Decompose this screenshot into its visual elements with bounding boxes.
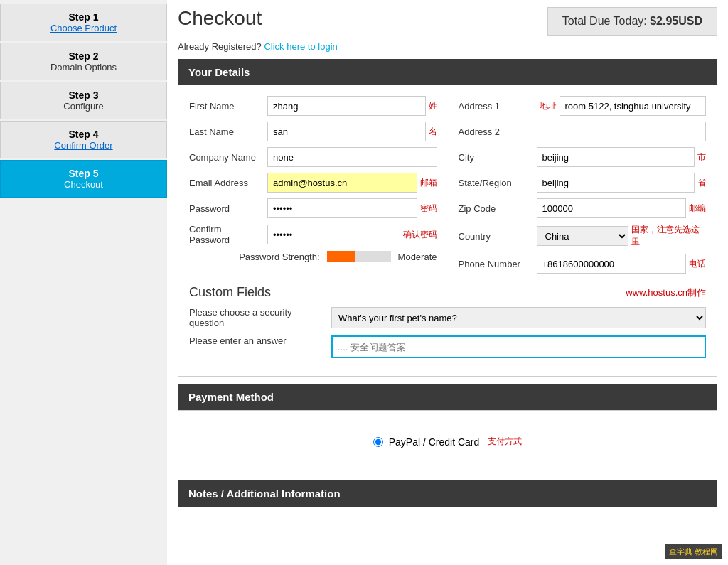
pw-strength-fill: [327, 251, 356, 262]
address1-row: Address 1 地址: [459, 96, 707, 116]
phone-row: Phone Number 电话: [459, 254, 707, 274]
last-name-hint: 名: [429, 126, 437, 138]
watermark-suffix: 教程网: [695, 547, 718, 556]
step2-label: Domain Options: [4, 62, 163, 72]
left-column: First Name 姓 Last Name 名 Company Name: [189, 96, 437, 279]
security-question-row: Please choose a security question What's…: [189, 307, 706, 328]
sidebar-item-step5[interactable]: Step 5 Checkout: [0, 160, 167, 198]
paypal-hint: 支付方式: [488, 436, 522, 448]
paypal-label: PayPal / Credit Card: [389, 436, 480, 448]
last-name-input[interactable]: [267, 122, 426, 141]
total-due-box: Total Due Today: $2.95USD: [547, 7, 717, 36]
phone-input[interactable]: [537, 254, 687, 274]
sidebar-item-step2[interactable]: Step 2 Domain Options: [0, 43, 167, 80]
password-strength-row: Password Strength: Moderate: [189, 251, 437, 262]
your-details-form: First Name 姓 Last Name 名 Company Name: [178, 85, 717, 377]
address1-input[interactable]: [560, 96, 707, 116]
confirm-password-hint: 确认密码: [403, 229, 437, 241]
step4-label: Confirm Order: [4, 140, 163, 151]
zip-hint: 邮编: [689, 203, 706, 215]
security-question-select[interactable]: What's your first pet's name? What is yo…: [331, 307, 706, 328]
step3-label: Configure: [4, 101, 163, 112]
phone-label: Phone Number: [459, 259, 537, 269]
last-name-row: Last Name 名: [189, 122, 437, 141]
pw-strength-text: Moderate: [398, 252, 437, 262]
zip-row: Zip Code 邮编: [459, 198, 707, 218]
email-row: Email Address 邮箱: [189, 173, 437, 193]
pw-strength-label: Password Strength:: [239, 252, 319, 262]
address2-label: Address 2: [459, 127, 537, 137]
email-hint: 邮箱: [420, 177, 437, 189]
answer-input[interactable]: [331, 335, 706, 358]
page-title-block: Checkout: [178, 7, 262, 30]
email-label: Email Address: [189, 178, 267, 188]
page-header: Checkout Total Due Today: $2.95USD: [178, 7, 717, 36]
confirm-password-label: Confirm Password: [189, 224, 267, 245]
address1-label: Address 1: [459, 101, 537, 112]
step2-number: Step 2: [4, 50, 163, 62]
password-label: Password: [189, 203, 267, 214]
company-name-label: Company Name: [189, 152, 267, 163]
sidebar-item-step3[interactable]: Step 3 Configure: [0, 82, 167, 119]
country-hint: 国家，注意先选这里: [631, 224, 707, 248]
password-hint: 密码: [420, 203, 437, 215]
payment-section-header: Payment Method: [178, 384, 717, 410]
sidebar-item-step4[interactable]: Step 4 Confirm Order: [0, 121, 167, 158]
total-label: Total Due Today:: [562, 15, 647, 27]
address2-row: Address 2: [459, 122, 707, 141]
already-registered-text: Already Registered?: [178, 41, 262, 52]
right-column: Address 1 地址 Address 2 City 市 State/: [459, 96, 707, 279]
phone-hint: 电话: [689, 258, 706, 270]
city-hint: 市: [697, 151, 706, 163]
step3-number: Step 3: [4, 90, 163, 101]
city-input[interactable]: [537, 147, 695, 167]
custom-fields-header: Custom Fields www.hostus.cn制作: [189, 285, 706, 300]
notes-header: Notes / Additional Information: [178, 480, 717, 507]
confirm-password-input[interactable]: [267, 225, 400, 244]
first-name-input[interactable]: [267, 96, 426, 116]
first-name-row: First Name 姓: [189, 96, 437, 116]
step4-number: Step 4: [4, 129, 163, 140]
first-name-hint: 姓: [429, 100, 437, 112]
country-label: Country: [459, 231, 537, 242]
confirm-password-row: Confirm Password 确认密码: [189, 224, 437, 245]
step1-number: Step 1: [4, 11, 163, 23]
paypal-radio[interactable]: [373, 437, 383, 447]
total-amount: $2.95USD: [650, 15, 702, 27]
login-link[interactable]: Click here to login: [264, 41, 337, 52]
details-grid: First Name 姓 Last Name 名 Company Name: [189, 96, 706, 279]
company-name-row: Company Name: [189, 147, 437, 167]
country-select[interactable]: China United States United Kingdom: [537, 226, 628, 246]
step5-label: Checkout: [4, 179, 163, 190]
sidebar: Step 1 Choose Product Step 2 Domain Opti…: [0, 0, 167, 565]
last-name-label: Last Name: [189, 127, 267, 137]
sidebar-item-step1[interactable]: Step 1 Choose Product: [0, 4, 167, 41]
zip-input[interactable]: [537, 198, 687, 218]
payment-section: PayPal / Credit Card 支付方式: [178, 410, 717, 473]
company-name-input[interactable]: [267, 147, 437, 167]
custom-fields-brand: www.hostus.cn制作: [626, 286, 706, 299]
city-row: City 市: [459, 147, 707, 167]
state-input[interactable]: [537, 173, 695, 193]
step5-number: Step 5: [4, 168, 163, 179]
state-row: State/Region 省: [459, 173, 707, 193]
zip-label: Zip Code: [459, 203, 537, 214]
answer-row: Please enter an answer: [189, 335, 706, 358]
state-hint: 省: [697, 177, 706, 189]
answer-label: Please enter an answer: [189, 335, 331, 346]
step1-label: Choose Product: [4, 23, 163, 33]
already-registered-row: Already Registered? Click here to login: [178, 41, 717, 52]
password-row: Password 密码: [189, 198, 437, 218]
page-title: Checkout: [178, 7, 262, 30]
country-row: Country China United States United Kingd…: [459, 224, 707, 248]
payment-row: PayPal / Credit Card 支付方式: [189, 421, 706, 462]
watermark: 查字典 教程网: [665, 544, 722, 559]
city-label: City: [459, 152, 537, 163]
password-input[interactable]: [267, 198, 417, 218]
state-label: State/Region: [459, 178, 537, 188]
custom-fields-title: Custom Fields: [189, 285, 271, 300]
email-input[interactable]: [267, 173, 417, 193]
first-name-label: First Name: [189, 101, 267, 112]
address2-input[interactable]: [537, 122, 707, 141]
pw-strength-bar: [327, 251, 391, 262]
